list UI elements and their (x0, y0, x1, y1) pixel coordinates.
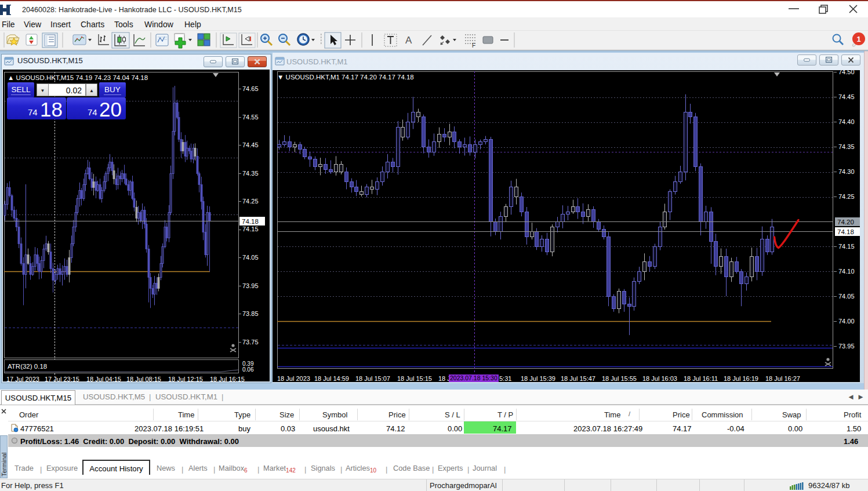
svg-text:17 Jul 2023: 17 Jul 2023 (6, 376, 39, 381)
svg-text:73.85: 73.85 (242, 310, 259, 317)
svg-text:18 Jul 16:11: 18 Jul 16:11 (684, 375, 718, 382)
svg-text:18 Jul 16:15: 18 Jul 16:15 (210, 376, 245, 381)
svg-text:▲ USOUSD.HKT,M15 74.19 74.23: ▲ USOUSD.HKT,M15 74.19 74.23 74.04 74.18 (8, 74, 148, 81)
svg-text:74.55: 74.55 (242, 114, 259, 121)
svg-text:74.15: 74.15 (242, 226, 259, 232)
svg-text:ATR(32) 0.18: ATR(32) 0.18 (8, 363, 47, 370)
svg-text:18 J: 18 J (438, 375, 451, 382)
svg-text:▼ USOUSD.HKT,M1 74.17 74.20 7: ▼ USOUSD.HKT,M1 74.17 74.20 74.17 74.18 (277, 74, 414, 81)
svg-text:73.95: 73.95 (242, 282, 259, 289)
svg-text:74.45: 74.45 (242, 141, 259, 148)
svg-text:18 Jul 04:15: 18 Jul 04:15 (86, 376, 121, 381)
svg-text:74.35: 74.35 (242, 170, 259, 177)
svg-text:74.05: 74.05 (242, 254, 259, 261)
svg-text:18 Jul 16:03: 18 Jul 16:03 (642, 375, 677, 382)
svg-text:18 Jul 12:15: 18 Jul 12:15 (168, 376, 203, 381)
svg-text:74.18: 74.18 (242, 218, 259, 225)
svg-text:18 Jul 2023: 18 Jul 2023 (277, 375, 310, 382)
svg-text:74.25: 74.25 (242, 198, 259, 205)
svg-text:73.95: 73.95 (838, 343, 855, 350)
svg-text:74.50: 74.50 (838, 70, 855, 75)
svg-text:74.25: 74.25 (838, 193, 855, 200)
svg-text:2023.07.18 15:30: 2023.07.18 15:30 (450, 374, 497, 381)
svg-text:18 Jul 15:47: 18 Jul 15:47 (561, 375, 595, 382)
svg-text:74.65: 74.65 (242, 85, 259, 92)
svg-text:18 Jul 14:59: 18 Jul 14:59 (314, 375, 349, 382)
svg-text:74.00: 74.00 (838, 318, 855, 325)
svg-text:18 Jul 16:19: 18 Jul 16:19 (724, 375, 758, 382)
svg-text:74.15: 74.15 (838, 243, 855, 250)
svg-text:73.75: 73.75 (242, 339, 259, 345)
svg-text:F: F (472, 42, 475, 49)
svg-text:74.30: 74.30 (838, 168, 855, 175)
svg-text:18 Jul 15:39: 18 Jul 15:39 (521, 375, 555, 382)
svg-text:74.05: 74.05 (838, 293, 855, 300)
svg-text:74.18: 74.18 (837, 228, 854, 235)
svg-text:18 Jul 15:15: 18 Jul 15:15 (397, 375, 432, 382)
svg-text:18 Jul 15:07: 18 Jul 15:07 (355, 375, 390, 382)
svg-text:17 Jul 23:15: 17 Jul 23:15 (45, 376, 79, 381)
svg-text:74.35: 74.35 (838, 143, 855, 150)
svg-text:5:31: 5:31 (499, 375, 511, 382)
svg-text:A: A (405, 35, 412, 46)
svg-text:74.10: 74.10 (838, 268, 855, 275)
svg-text:74.45: 74.45 (838, 93, 855, 100)
svg-text:74.20: 74.20 (837, 219, 854, 226)
svg-text:74.40: 74.40 (838, 118, 855, 125)
svg-text:0.06: 0.06 (242, 366, 254, 373)
svg-text:18 Jul 08:15: 18 Jul 08:15 (126, 376, 161, 381)
svg-text:18 Jul 16:27: 18 Jul 16:27 (765, 375, 800, 382)
svg-text:1: 1 (857, 35, 861, 43)
svg-text:18 Jul 15:55: 18 Jul 15:55 (602, 375, 637, 382)
